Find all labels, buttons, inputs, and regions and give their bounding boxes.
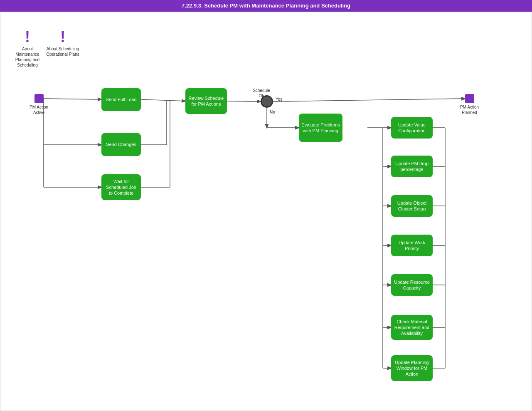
- diagram-canvas: ! About Maintenance Planning and Schedul…: [0, 12, 532, 411]
- page-header: 7.22.9.3. Schedule PM with Maintenance P…: [0, 0, 532, 12]
- start-node: [34, 94, 44, 103]
- arrows-svg: [0, 12, 532, 411]
- end-node: [465, 94, 474, 103]
- evaluate-problems-box[interactable]: Evaluate Problems with PM Planning: [299, 114, 342, 142]
- update-work-priority-box[interactable]: Update Work Priority: [391, 235, 433, 256]
- icon-label-1: About Maintenance Planning and Schedulin…: [11, 46, 44, 68]
- end-node-label: PM ActionPlanned: [456, 104, 483, 115]
- svg-line-10: [273, 99, 465, 102]
- send-full-load-box[interactable]: Send Full Load: [101, 88, 141, 111]
- exclaim-icon-1: !: [11, 30, 44, 45]
- check-material-box[interactable]: Check Material Requirement and Availabil…: [391, 315, 433, 340]
- schedule-ok-label: ScheduleOk: [249, 88, 274, 99]
- header-title: 7.22.9.3. Schedule PM with Maintenance P…: [182, 2, 350, 9]
- svg-line-4: [141, 99, 185, 101]
- start-node-label: PM ActionActive: [25, 104, 52, 115]
- wait-scheduled-box[interactable]: Wait for Scheduled Job to Complete: [101, 174, 141, 200]
- update-planning-window-box[interactable]: Update Planning Window for PM Action: [391, 355, 433, 381]
- svg-line-9: [227, 101, 261, 102]
- update-pm-drop-box[interactable]: Update PM drop percentage: [391, 156, 433, 177]
- update-value-config-box[interactable]: Update Value Configuration: [391, 117, 433, 139]
- no-label: No: [270, 109, 275, 115]
- about-planning-icon-item[interactable]: ! About Maintenance Planning and Schedul…: [11, 30, 44, 68]
- exclaim-icon-2: !: [46, 30, 79, 45]
- about-scheduling-icon-item[interactable]: ! About Scheduling Operational Plans: [46, 30, 79, 57]
- icon-label-2: About Scheduling Operational Plans: [46, 46, 79, 57]
- update-object-cluster-box[interactable]: Update Object Cluster Setup: [391, 195, 433, 217]
- review-schedule-box[interactable]: Review Schedule for PM Actions: [185, 88, 227, 114]
- yes-label: Yes: [276, 97, 282, 102]
- send-changes-box[interactable]: Send Changes: [101, 133, 141, 156]
- svg-line-0: [44, 99, 101, 99]
- update-resource-capacity-box[interactable]: Update Resource Capacity: [391, 274, 433, 296]
